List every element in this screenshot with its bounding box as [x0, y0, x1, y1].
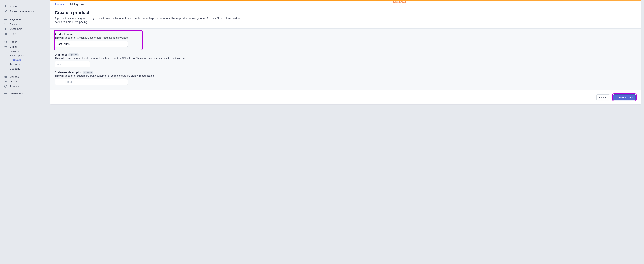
sidebar-subitem-tax-rates[interactable]: Tax rates	[10, 62, 50, 67]
sidebar-item-home[interactable]: Home	[0, 4, 50, 9]
radar-icon	[4, 41, 7, 44]
unit-label-label: Unit label	[55, 53, 67, 56]
svg-rect-10	[5, 86, 6, 87]
sidebar-subitem-products[interactable]: Products	[10, 58, 50, 62]
sidebar: Home Activate your account Payments Bala…	[0, 0, 50, 108]
sidebar-subitem-subscriptions[interactable]: Subscriptions	[10, 53, 50, 58]
unit-label-help: This will represent a unit of this produ…	[55, 57, 636, 60]
svg-rect-3	[4, 34, 5, 35]
product-name-help: This will appear on Checkout, customers'…	[55, 36, 140, 39]
sidebar-item-label: Payments	[10, 18, 21, 21]
breadcrumb-current: Pricing plan	[70, 3, 84, 6]
statement-descriptor-help: This will appear on customers' bank stat…	[55, 74, 636, 77]
sidebar-item-label: Terminal	[10, 85, 20, 88]
sidebar-item-label: Home	[10, 5, 16, 8]
highlight-product-name: Product name This will appear on Checkou…	[54, 30, 142, 50]
sidebar-item-customers[interactable]: Customers	[0, 27, 50, 31]
home-icon	[4, 5, 7, 8]
sidebar-item-orders[interactable]: Orders	[0, 79, 50, 84]
sidebar-subitem-invoices[interactable]: Invoices	[10, 49, 50, 53]
field-unit-label: Unit label Optional This will represent …	[55, 53, 636, 67]
sidebar-item-label: Reports	[10, 32, 19, 35]
sidebar-item-balances[interactable]: Balances	[0, 22, 50, 27]
sidebar-item-label: Orders	[10, 80, 18, 83]
sidebar-item-label: Balances	[10, 23, 20, 26]
svg-point-8	[5, 46, 6, 47]
field-product-name: Product name This will appear on Checkou…	[55, 33, 140, 47]
statement-descriptor-input[interactable]	[55, 79, 128, 85]
product-name-input[interactable]	[55, 41, 128, 47]
test-data-badge: TEST DATA	[393, 1, 406, 3]
svg-point-2	[5, 28, 6, 29]
sidebar-subitem-coupons[interactable]: Coupons	[10, 67, 50, 71]
field-statement-descriptor: Statement descriptor Optional This will …	[55, 71, 636, 85]
chevron-right-icon	[66, 4, 68, 5]
wallet-icon	[4, 18, 7, 21]
sidebar-item-label: Activate your account	[10, 10, 34, 13]
sidebar-item-developers[interactable]: Developers	[0, 91, 50, 96]
sidebar-item-label: Coupons	[10, 67, 20, 70]
check-icon	[4, 10, 7, 13]
optional-tag: Optional	[68, 53, 79, 56]
svg-rect-1	[4, 19, 7, 20]
footer-actions: Cancel Create product	[50, 90, 641, 104]
sidebar-item-label: Radar	[10, 41, 17, 44]
main-card: TEST DATA Product Pricing plan Create a …	[50, 0, 641, 104]
terminal-icon	[4, 85, 7, 88]
person-icon	[4, 27, 7, 30]
connect-icon	[4, 75, 7, 78]
sidebar-item-activate[interactable]: Activate your account	[0, 9, 50, 14]
statement-descriptor-label: Statement descriptor	[55, 71, 82, 74]
transfer-icon	[4, 23, 7, 26]
basket-icon	[4, 80, 7, 83]
sidebar-item-label: Invoices	[10, 50, 19, 53]
breadcrumb: Product Pricing plan	[55, 3, 84, 6]
sidebar-item-label: Billing	[10, 45, 16, 48]
sidebar-item-label: Products	[10, 59, 21, 62]
breadcrumb-link-product[interactable]: Product	[55, 3, 64, 6]
create-product-button[interactable]: Create product	[613, 94, 636, 100]
sidebar-item-label: Developers	[10, 92, 23, 95]
unit-label-input[interactable]	[55, 61, 90, 67]
svg-rect-0	[4, 19, 7, 20]
code-icon	[4, 92, 7, 95]
sidebar-item-label: Connect	[10, 75, 20, 78]
svg-rect-5	[6, 33, 6, 35]
sidebar-item-label: Customers	[10, 27, 22, 30]
sidebar-item-connect[interactable]: Connect	[0, 75, 50, 79]
sidebar-item-terminal[interactable]: Terminal	[0, 84, 50, 89]
highlight-create-product: Create product	[612, 93, 636, 101]
sidebar-item-label: Subscriptions	[10, 54, 25, 57]
sidebar-item-radar[interactable]: Radar	[0, 40, 50, 44]
optional-tag: Optional	[83, 71, 94, 74]
svg-rect-4	[5, 33, 6, 35]
form-area: Product name This will appear on Checkou…	[50, 29, 641, 90]
product-name-label: Product name	[55, 33, 72, 36]
billing-icon	[4, 45, 7, 48]
chart-icon	[4, 32, 7, 35]
page-title: Create a product	[55, 10, 636, 15]
sidebar-item-payments[interactable]: Payments	[0, 17, 50, 22]
sidebar-item-label: Tax rates	[10, 63, 20, 66]
sidebar-item-reports[interactable]: Reports	[0, 31, 50, 36]
page-description: A product is something to which your cus…	[55, 16, 242, 24]
cancel-button[interactable]: Cancel	[596, 94, 610, 100]
sidebar-item-billing[interactable]: Billing	[0, 44, 50, 49]
